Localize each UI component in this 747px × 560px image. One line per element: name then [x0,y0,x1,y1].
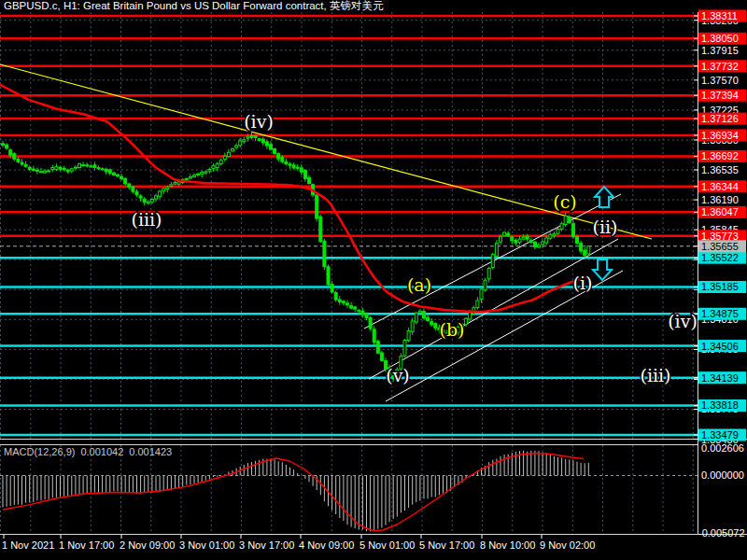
candle-body [411,321,414,331]
support-price-label[interactable]: 1.34139 [694,371,746,384]
time-axis-label: 3 Nov 01:00 [179,539,234,551]
wave-label[interactable]: (v) [386,365,410,385]
candle-body [40,172,43,173]
resistance-price-label[interactable]: 1.38311 [694,10,746,22]
candle-body [418,311,421,313]
candle-body [174,183,176,184]
candle-body [369,317,372,329]
candle-body [545,238,548,243]
support-price-label[interactable]: 1.33818 [694,399,746,412]
candle-body [380,353,383,360]
candle-body [108,170,111,174]
resistance-price-label[interactable]: 1.37126 [694,113,746,125]
candle-body [265,142,268,146]
wave-label[interactable]: (iv) [244,111,274,132]
price-axis-tick-label: 1.37915 [701,45,739,56]
candle-body [6,145,8,148]
candle-body [166,188,169,189]
candle-body [44,171,47,173]
wave-label[interactable]: (b) [440,319,465,340]
support-price-label[interactable]: 1.35185 [694,281,746,293]
candle-body [350,305,353,308]
support-price-label[interactable]: 1.34875 [694,308,746,320]
support-price-label[interactable]: 1.34506 [694,340,746,352]
candle-body [150,200,153,203]
price-axis-tick-label: 1.36190 [701,194,739,205]
resistance-price-label[interactable]: 1.36047 [694,206,746,218]
candle-body [197,174,200,175]
candle-body [212,166,215,169]
wave-label[interactable]: (a) [407,274,431,295]
bid-price-label[interactable]: 1.35655 [694,240,746,252]
candle-body [204,172,207,173]
candle-body [162,189,165,191]
time-axis-label: 2 Nov 09:00 [120,539,175,551]
candle-body [303,170,306,178]
candle-body [323,241,326,267]
macd-scale-zero: 0.000000 [701,469,744,481]
candle-body [21,162,23,164]
candle-body [500,237,502,243]
candle-body [327,267,330,285]
candle-body [277,154,280,160]
candle-body [538,245,541,247]
candle-body [576,237,579,244]
wave-label[interactable]: (iii) [131,209,162,230]
wave-label[interactable]: (c) [553,191,576,212]
wave-label[interactable]: (iv) [668,311,698,331]
support-price-label-text: 1.35522 [701,252,739,263]
candle-body [86,165,89,166]
support-price-label[interactable]: 1.35522 [694,252,746,264]
resistance-price-label[interactable]: 1.37732 [694,60,746,72]
resistance-price-label[interactable]: 1.36344 [694,180,746,192]
candle-body [373,329,375,343]
resistance-price-label-text: 1.38050 [701,33,739,44]
chart-window: GBPUSD.c, H1: Great Britain Pound vs US … [0,0,747,560]
candle-body [219,161,222,164]
candle-body [147,202,149,203]
candle-body [124,178,127,184]
candle-body [232,148,234,150]
candle-body [223,156,226,159]
candle-body [427,317,430,320]
candle-body [101,169,104,170]
candle-body [465,318,468,324]
candle-body [507,233,510,236]
macd-signal-value: 0.001423 [129,446,172,457]
support-price-label-text: 1.34875 [701,308,739,319]
resistance-price-label[interactable]: 1.36692 [694,150,746,162]
macd-indicator-label: MACD(12,26,9)0.0010420.001423 [4,446,172,457]
candle-body [564,216,567,224]
candle-body [32,169,35,170]
candle-body [261,139,264,143]
candle-body [216,164,218,168]
candle-body [28,168,31,170]
candle-body [292,165,295,168]
candle-body [159,191,162,196]
candle-body [376,342,379,354]
candle-body [476,301,479,308]
candle-body [193,175,196,177]
candle-body [415,313,417,322]
candle-body [407,331,410,341]
time-axis-label: 8 Nov 10:00 [480,539,535,551]
resistance-price-label[interactable]: 1.38050 [694,33,746,45]
candle-body [281,157,284,161]
candle-body [560,224,563,230]
resistance-price-label-text: 1.37394 [701,90,739,101]
macd-scale-top: 0.002606 [701,442,744,454]
support-price-label[interactable]: 1.33479 [694,428,746,441]
resistance-price-label[interactable]: 1.37394 [694,90,746,102]
candle-body [132,187,134,191]
candle-body [511,237,514,241]
candle-body [495,244,498,257]
wave-label[interactable]: (i) [573,273,593,293]
resistance-price-label-text: 1.37126 [701,113,739,124]
price-axis-tick-label: 1.36535 [701,164,739,175]
wave-label[interactable]: (iii) [640,365,670,385]
candle-body [274,148,276,153]
candle-body [227,152,230,156]
resistance-price-label-text: 1.36934 [701,130,739,141]
wave-label[interactable]: (ii) [593,217,618,237]
resistance-price-label[interactable]: 1.36934 [694,129,746,141]
